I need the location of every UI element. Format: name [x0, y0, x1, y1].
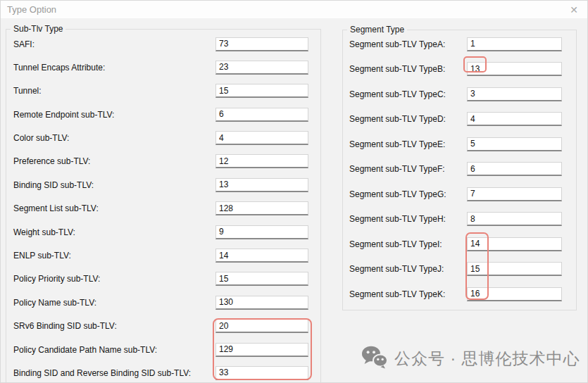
- srv6-binding-sid-input[interactable]: [215, 319, 308, 333]
- field-row-preference: Preference sub-TLV:: [6, 155, 320, 168]
- field-label: Binding SID sub-TLV:: [6, 180, 215, 190]
- field-label: Policy Name sub-TLV:: [6, 298, 215, 308]
- tunnel-input[interactable]: [215, 84, 308, 98]
- segment-rows: Segment sub-TLV TypeA: Segment sub-TLV T…: [343, 30, 576, 313]
- field-row-srv6-binding-sid: SRv6 Binding SID sub-TLV:: [6, 320, 320, 333]
- field-label: Segment sub-TLV TypeK:: [343, 289, 467, 299]
- binding-sid-reverse-input[interactable]: [215, 366, 308, 380]
- field-row-tunnel-encaps: Tunnel Encaps Attribute:: [6, 61, 320, 74]
- field-label: Policy Priority sub-TLV:: [6, 274, 215, 284]
- color-sub-tlv-input[interactable]: [215, 131, 308, 145]
- field-label: Segment sub-TLV TypeA:: [343, 39, 467, 49]
- field-row-weight: Weight sub-TLV:: [6, 225, 320, 239]
- segment-type-group: Segment Type Segment sub-TLV TypeA: Segm…: [342, 30, 577, 310]
- field-label: Weight sub-TLV:: [6, 227, 215, 237]
- field-row-type-j: Segment sub-TLV TypeJ:: [343, 263, 576, 276]
- field-row-type-f: Segment sub-TLV TypeF:: [343, 163, 576, 176]
- field-row-segment-list: Segment List sub-TLV:: [6, 202, 320, 215]
- field-row-binding-sid: Binding SID sub-TLV:: [6, 178, 320, 192]
- enlp-input[interactable]: [215, 249, 308, 263]
- field-label: Segment sub-TLV TypeF:: [343, 164, 467, 174]
- field-label: Segment sub-TLV TypeG:: [343, 189, 467, 199]
- segment-type-g-input[interactable]: [467, 187, 562, 201]
- field-row-type-e: Segment sub-TLV TypeE:: [343, 137, 576, 151]
- watermark: 公众号 · 思博伦技术中心: [361, 346, 580, 372]
- segment-type-a-input[interactable]: [467, 37, 562, 51]
- field-label: Preference sub-TLV:: [6, 156, 215, 166]
- segment-type-h-input[interactable]: [467, 212, 562, 226]
- field-label: Segment sub-TLV TypeD:: [343, 114, 467, 124]
- field-row-color: Color sub-TLV:: [6, 132, 320, 145]
- policy-name-input[interactable]: [215, 296, 308, 310]
- segment-type-c-input[interactable]: [467, 87, 562, 101]
- field-row-policy-priority: Policy Priority sub-TLV:: [6, 272, 320, 286]
- field-label: SRv6 Binding SID sub-TLV:: [6, 321, 215, 331]
- policy-candidate-path-input[interactable]: [215, 343, 308, 357]
- field-row-safi: SAFI:: [6, 37, 320, 51]
- field-label: Remote Endpoint sub-TLV:: [6, 110, 215, 120]
- title-bar: Type Option ✕: [1, 1, 587, 18]
- field-row-policy-name: Policy Name sub-TLV:: [6, 296, 320, 309]
- field-label: SAFI:: [6, 39, 215, 49]
- field-label: Segment sub-TLV TypeE:: [343, 139, 467, 149]
- field-row-type-a: Segment sub-TLV TypeA:: [343, 37, 576, 51]
- segment-type-e-input[interactable]: [467, 137, 562, 151]
- remote-endpoint-input[interactable]: [215, 108, 308, 122]
- field-row-type-k: Segment sub-TLV TypeK:: [343, 287, 576, 301]
- segment-type-k-input[interactable]: [467, 287, 562, 301]
- segment-type-b-input[interactable]: [467, 62, 562, 76]
- field-label: Segment List sub-TLV:: [6, 203, 215, 213]
- segment-type-d-input[interactable]: [467, 112, 562, 126]
- page-title: Type Option: [7, 4, 56, 15]
- sub-tlv-rows: SAFI: Tunnel Encaps Attribute: Tunnel: R…: [6, 30, 320, 383]
- segment-type-j-input[interactable]: [467, 262, 562, 276]
- field-label: Segment sub-TLV TypeC:: [343, 89, 467, 99]
- field-row-binding-sid-reverse: Binding SID and Reverse Binding SID sub-…: [6, 366, 320, 379]
- segment-type-f-input[interactable]: [467, 162, 562, 176]
- field-row-type-h: Segment sub-TLV TypeH:: [343, 213, 576, 226]
- segment-type-i-input[interactable]: [467, 237, 562, 251]
- field-label: Binding SID and Reverse Binding SID sub-…: [6, 368, 215, 378]
- field-row-tunnel: Tunnel:: [6, 84, 320, 98]
- field-label: Policy Candidate Path Name sub-TLV:: [6, 345, 215, 355]
- field-row-enlp: ENLP sub-TLV:: [6, 249, 320, 263]
- watermark-text: 公众号 · 思博伦技术中心: [394, 348, 580, 370]
- field-row-type-b: Segment sub-TLV TypeB:: [343, 63, 576, 76]
- field-label: Segment sub-TLV TypeI:: [343, 239, 467, 249]
- field-label: Segment sub-TLV TypeJ:: [343, 264, 467, 274]
- binding-sid-input[interactable]: [215, 178, 308, 192]
- field-row-type-g: Segment sub-TLV TypeG:: [343, 187, 576, 201]
- field-row-type-c: Segment sub-TLV TypeC:: [343, 87, 576, 101]
- close-icon[interactable]: ✕: [568, 4, 580, 16]
- field-row-type-i: Segment sub-TLV TypeI:: [343, 237, 576, 251]
- sub-tlv-type-group: Sub-Tlv Type SAFI: Tunnel Encaps Attribu…: [6, 29, 321, 383]
- segment-list-input[interactable]: [215, 201, 308, 215]
- field-label: Segment sub-TLV TypeB:: [343, 64, 467, 74]
- weight-input[interactable]: [215, 225, 308, 239]
- field-label: ENLP sub-TLV:: [6, 251, 215, 260]
- field-row-policy-candidate-path: Policy Candidate Path Name sub-TLV:: [6, 343, 320, 356]
- field-label: Tunnel:: [6, 86, 215, 96]
- field-label: Tunnel Encaps Attribute:: [6, 63, 215, 73]
- safi-input[interactable]: [215, 37, 308, 51]
- field-label: Color sub-TLV:: [6, 133, 215, 143]
- tunnel-encaps-input[interactable]: [215, 61, 308, 75]
- type-option-dialog: Type Option ✕ Sub-Tlv Type SAFI: Tunnel …: [0, 0, 588, 383]
- preference-input[interactable]: [215, 154, 308, 168]
- wechat-icon: [361, 346, 388, 372]
- field-label: Segment sub-TLV TypeH:: [343, 214, 467, 224]
- policy-priority-input[interactable]: [215, 272, 308, 286]
- field-row-type-d: Segment sub-TLV TypeD:: [343, 113, 576, 126]
- field-row-remote-endpoint: Remote Endpoint sub-TLV:: [6, 108, 320, 121]
